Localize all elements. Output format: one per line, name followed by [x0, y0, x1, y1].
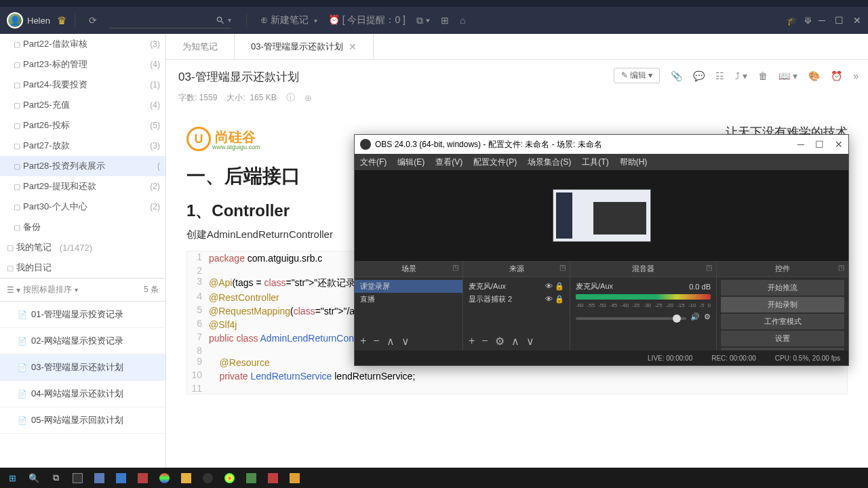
home-icon[interactable]: ⌂ — [460, 15, 465, 26]
folder-item[interactable]: ▢Part22-借款审核(3) — [0, 34, 165, 54]
info-icon[interactable]: ⓘ — [286, 92, 295, 104]
avatar[interactable]: 👤 — [7, 12, 23, 28]
sources-panel: 来源◳ 麦克风/Aux👁 🔒显示器捕获 2👁 🔒 +−⚙∧∨ — [463, 261, 570, 350]
edit-button[interactable]: ✎ 编辑 ▾ — [614, 68, 660, 83]
refresh-icon[interactable]: ⟳ — [89, 15, 97, 26]
folder-item[interactable]: ▢备份 — [0, 217, 165, 237]
obs-menu-item[interactable]: 查看(V) — [435, 157, 462, 168]
note-item[interactable]: 📄01-管理端显示投资记录 — [0, 302, 165, 328]
folder-item[interactable]: ▢Part25-充值(4) — [0, 95, 165, 115]
obs-menu-item[interactable]: 文件(F) — [360, 157, 387, 168]
tab[interactable]: 为知笔记 — [166, 34, 235, 59]
search-taskbar-icon[interactable]: 🔍 — [24, 470, 43, 486]
folder-item[interactable]: ▢Part30-个人中心(2) — [0, 197, 165, 217]
obs-control-button[interactable]: 工作室模式 — [721, 314, 844, 329]
clip-icon[interactable]: ⧉ ▾ — [416, 15, 430, 26]
sort-icon: ☰ ▾ — [7, 285, 20, 295]
folder-root[interactable]: ▢我的笔记 (1/1472) — [0, 237, 165, 258]
comment-icon[interactable]: 💬 — [693, 70, 705, 81]
attach-icon[interactable]: 📎 — [671, 70, 682, 81]
obs-minimize-icon[interactable]: ─ — [797, 139, 804, 150]
obs-menubar: 文件(F)编辑(E)查看(V)配置文件(P)场景集合(S)工具(T)帮助(H) — [355, 154, 848, 170]
obs-app-icon — [360, 139, 371, 150]
tab-close-icon[interactable]: ✕ — [349, 41, 357, 52]
book-icon[interactable]: 📖 ▾ — [778, 70, 797, 81]
add-icon[interactable]: ⊕ — [304, 93, 312, 103]
obs-menu-item[interactable]: 工具(T) — [582, 157, 608, 168]
mixer-panel: 混音器◳ 麦克风/Aux0.0 dB -60-55-50-45-40-35-30… — [570, 261, 717, 350]
share-icon[interactable]: ⟱ — [804, 16, 812, 26]
folder-item[interactable]: ▢Part26-投标(5) — [0, 115, 165, 136]
more-icon[interactable]: » — [853, 70, 859, 81]
new-note-button[interactable]: ⊕ 新建笔记 ▾ — [260, 14, 317, 26]
controls-panel: 控件◳ 开始推流开始录制工作室模式设置退出 — [717, 261, 848, 350]
apps-icon[interactable]: ⊞ — [441, 15, 449, 26]
start-button[interactable]: ⊞ — [3, 470, 22, 486]
palette-icon[interactable]: 🎨 — [808, 70, 820, 81]
obs-menu-item[interactable]: 场景集合(S) — [528, 157, 571, 168]
folder-root[interactable]: ▢我的日记 — [0, 258, 165, 278]
taskbar: ⊞ 🔍 ⧉ — [0, 468, 868, 488]
note-item[interactable]: 📄02-网站端显示投资记录 — [0, 328, 165, 354]
delete-icon[interactable]: 🗑 — [758, 70, 768, 81]
alarm-icon[interactable]: ⏰ — [831, 70, 842, 81]
speaker-icon[interactable]: 🔊 — [690, 312, 700, 321]
obs-control-button[interactable]: 开始推流 — [721, 280, 844, 296]
sidebar: ▢Part22-借款审核(3)▢Part23-标的管理(4)▢Part24-我要… — [0, 34, 166, 487]
taskview-icon[interactable]: ⧉ — [46, 470, 65, 486]
username: Helen — [27, 16, 50, 26]
note-item[interactable]: 📄05-网站端显示回款计划 — [0, 407, 165, 434]
volume-slider[interactable] — [576, 317, 686, 320]
top-bar: 👤 Helen ♛ ⟳ ▾ ⊕ 新建笔记 ▾ ⏰ [ 今日提醒：0 ] ⧉ ▾ … — [0, 7, 868, 34]
folder-item[interactable]: ▢Part28-投资列表展示( — [0, 156, 165, 176]
maximize-icon[interactable]: ☐ — [835, 15, 844, 26]
scenes-panel: 场景◳ 课堂录屏直播 +−∧∨ — [355, 261, 463, 350]
note-item[interactable]: 📄04-网站端显示还款计划 — [0, 381, 165, 407]
obs-menu-item[interactable]: 帮助(H) — [620, 157, 648, 168]
folder-item[interactable]: ▢Part23-标的管理(4) — [0, 54, 165, 75]
folder-item[interactable]: ▢Part27-放款(3) — [0, 136, 165, 156]
obs-close-icon[interactable]: ✕ — [835, 139, 843, 150]
folder-item[interactable]: ▢Part24-我要投资(1) — [0, 75, 165, 95]
obs-preview[interactable] — [553, 189, 651, 242]
obs-control-button[interactable]: 设置 — [721, 331, 844, 346]
obs-menu-item[interactable]: 配置文件(P) — [473, 157, 517, 168]
close-icon[interactable]: ✕ — [853, 15, 861, 26]
obs-maximize-icon[interactable]: ☐ — [815, 139, 824, 150]
crown-icon[interactable]: ♛ — [57, 14, 66, 27]
obs-control-button[interactable]: 开始录制 — [721, 297, 844, 312]
tab[interactable]: 03-管理端显示还款计划✕ — [235, 34, 374, 59]
hat-icon[interactable]: 🎓 — [787, 16, 797, 26]
note-item[interactable]: 📄03-管理端显示还款计划 — [0, 354, 165, 381]
sort-bar[interactable]: ☰ ▾ 按照标题排序 ▾ 5 条 — [0, 278, 165, 302]
obs-titlebar[interactable]: OBS 24.0.3 (64-bit, windows) - 配置文件: 未命名… — [355, 135, 848, 154]
share2-icon[interactable]: ⤴ ▾ — [735, 70, 747, 81]
list-icon[interactable]: ☷ — [715, 70, 724, 81]
minimize-icon[interactable]: ─ — [818, 15, 825, 26]
obs-menu-item[interactable]: 编辑(E) — [397, 157, 425, 168]
gear-icon[interactable]: ⚙ — [704, 312, 711, 321]
reminder-button[interactable]: ⏰ [ 今日提醒：0 ] — [328, 14, 406, 26]
search-input[interactable]: ▾ — [109, 12, 231, 28]
folder-item[interactable]: ▢Part29-提现和还款(2) — [0, 176, 165, 197]
obs-window: OBS 24.0.3 (64-bit, windows) - 配置文件: 未命名… — [354, 134, 849, 366]
